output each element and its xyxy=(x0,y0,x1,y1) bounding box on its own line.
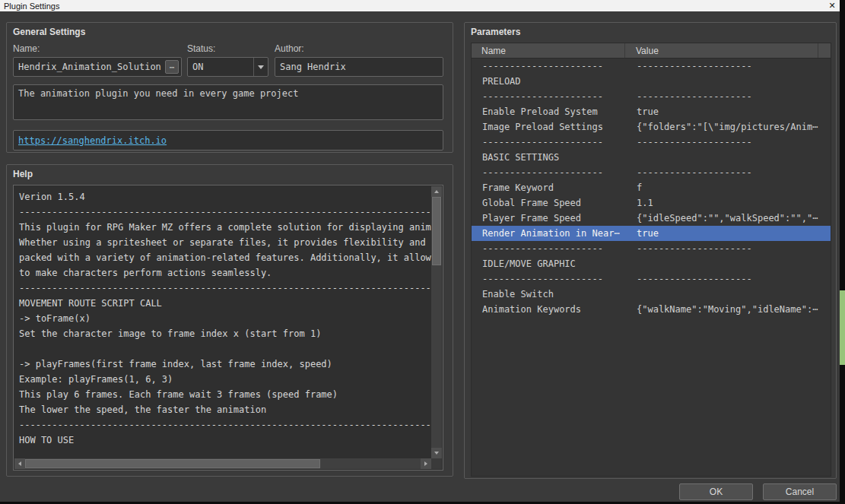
table-row[interactable]: Enable Preload Systemtrue xyxy=(472,104,831,119)
param-name-cell: IDLE/MOVE GRAPHIC xyxy=(472,258,625,269)
background-accent xyxy=(840,290,845,365)
general-settings-group: General Settings Name: Status: Author: H… xyxy=(6,22,453,153)
name-browse-button[interactable]: ⋯ xyxy=(165,60,179,74)
param-value-cell: f xyxy=(625,182,831,193)
help-title: Help xyxy=(13,169,33,179)
scroll-left-icon[interactable] xyxy=(14,458,25,469)
table-row[interactable]: IDLE/MOVE GRAPHIC xyxy=(472,256,831,271)
param-name-cell: Enable Switch xyxy=(472,289,625,300)
parameters-table: Name Value -----------------------------… xyxy=(471,43,831,477)
author-label: Author: xyxy=(275,43,304,54)
description-text: The animation plugin you need in every g… xyxy=(18,88,298,99)
table-row[interactable]: ----------------------------------------… xyxy=(472,271,831,287)
table-header: Name Value xyxy=(472,43,831,59)
param-value-cell: {"idleSpeed":"","walkSpeed":"","⋯ xyxy=(625,213,831,223)
name-field-value: Hendrix_Animation_Solution xyxy=(18,62,161,72)
table-row[interactable]: Animation Keywords{"walkName":"Moving","… xyxy=(472,302,831,317)
param-name-cell: ---------------------- xyxy=(472,91,625,102)
window-titlebar[interactable]: Plugin Settings xyxy=(0,0,840,11)
ok-button[interactable]: OK xyxy=(679,483,753,500)
table-row[interactable]: ----------------------------------------… xyxy=(472,89,831,104)
header-value[interactable]: Value xyxy=(625,43,818,58)
scroll-down-icon[interactable] xyxy=(431,448,442,458)
param-name-cell: Enable Preload System xyxy=(472,106,625,117)
param-name-cell: PRELOAD xyxy=(472,76,625,87)
parameters-title: Parameters xyxy=(471,27,520,37)
param-name-cell: Image Preload Settings xyxy=(472,122,625,132)
param-name-cell: Frame Keyword xyxy=(472,182,625,193)
description-field[interactable]: The animation plugin you need in every g… xyxy=(13,84,443,120)
scroll-right-icon[interactable] xyxy=(421,458,431,469)
table-row[interactable]: Global Frame Speed1.1 xyxy=(472,195,831,211)
help-horizontal-scrollbar[interactable] xyxy=(14,458,431,469)
table-row[interactable]: Enable Switch xyxy=(472,287,831,302)
param-name-cell: ---------------------- xyxy=(472,243,625,254)
table-row[interactable]: ----------------------------------------… xyxy=(472,165,831,180)
name-field[interactable]: Hendrix_Animation_Solution ⋯ xyxy=(13,57,182,77)
param-value-cell: --------------------- xyxy=(625,137,831,147)
table-row[interactable]: ----------------------------------------… xyxy=(472,59,831,74)
param-value-cell: true xyxy=(625,228,831,239)
horizontal-scroll-thumb[interactable] xyxy=(25,459,320,468)
general-settings-title: General Settings xyxy=(13,27,85,37)
param-name-cell: ---------------------- xyxy=(472,274,625,284)
param-rows: ----------------------------------------… xyxy=(472,59,831,317)
status-dropdown[interactable]: ON xyxy=(187,57,268,77)
help-group: Help Verion 1.5.4 ----------------------… xyxy=(6,164,453,477)
author-field[interactable]: Sang Hendrix xyxy=(275,57,443,77)
table-row[interactable]: ----------------------------------------… xyxy=(472,135,831,150)
name-label: Name: xyxy=(13,43,40,54)
header-name[interactable]: Name xyxy=(472,43,625,58)
chevron-down-icon xyxy=(253,58,268,76)
param-name-cell: BASIC SETTINGS xyxy=(472,152,625,163)
scrollbar-corner xyxy=(431,458,442,469)
author-field-value: Sang Hendrix xyxy=(280,62,346,72)
parameters-group: Parameters Name Value ------------------… xyxy=(464,22,837,479)
close-icon[interactable]: ✕ xyxy=(826,0,838,11)
link-box: https://sanghendrix.itch.io xyxy=(13,130,443,151)
param-value-cell: {"folders":"[\"img/pictures/Anim⋯ xyxy=(625,122,831,132)
scroll-up-icon[interactable] xyxy=(431,186,442,197)
param-name-cell: ---------------------- xyxy=(472,137,625,147)
param-name-cell: Global Frame Speed xyxy=(472,198,625,208)
param-value-cell: --------------------- xyxy=(625,61,831,71)
table-row[interactable]: Player Frame Speed{"idleSpeed":"","walkS… xyxy=(472,211,831,226)
plugin-settings-dialog: General Settings Name: Status: Author: H… xyxy=(0,11,840,502)
table-row[interactable]: BASIC SETTINGS xyxy=(472,150,831,165)
param-name-cell: ---------------------- xyxy=(472,167,625,178)
param-value-cell: --------------------- xyxy=(625,91,831,102)
status-dropdown-value: ON xyxy=(192,62,203,72)
param-name-cell: Animation Keywords xyxy=(472,304,625,315)
param-value-cell: {"walkName":"Moving","idleName":⋯ xyxy=(625,304,831,315)
param-name-cell: Render Animation in Near⋯ xyxy=(472,228,625,239)
table-row[interactable]: ----------------------------------------… xyxy=(472,241,831,256)
help-text: Verion 1.5.4 ---------------------------… xyxy=(19,189,427,448)
help-textarea[interactable]: Verion 1.5.4 ---------------------------… xyxy=(13,185,443,471)
table-row[interactable]: Frame Keywordf xyxy=(472,180,831,195)
table-row[interactable]: Image Preload Settings{"folders":"[\"img… xyxy=(472,119,831,135)
param-value-cell: --------------------- xyxy=(625,243,831,254)
param-value-cell: 1.1 xyxy=(625,198,831,208)
window-title: Plugin Settings xyxy=(0,2,59,11)
status-label: Status: xyxy=(187,43,215,54)
param-value-cell: true xyxy=(625,106,831,117)
table-row[interactable]: Render Animation in Near⋯true xyxy=(472,226,831,241)
plugin-link[interactable]: https://sanghendrix.itch.io xyxy=(18,135,167,146)
param-name-cell: Player Frame Speed xyxy=(472,213,625,223)
param-value-cell: --------------------- xyxy=(625,274,831,284)
param-value-cell: --------------------- xyxy=(625,167,831,178)
vertical-scroll-thumb[interactable] xyxy=(432,197,441,265)
cancel-button[interactable]: Cancel xyxy=(763,483,837,500)
help-vertical-scrollbar[interactable] xyxy=(431,186,442,458)
param-name-cell: ---------------------- xyxy=(472,61,625,71)
help-content: Verion 1.5.4 ---------------------------… xyxy=(14,186,431,458)
table-row[interactable]: PRELOAD xyxy=(472,74,831,89)
header-extra xyxy=(818,43,831,58)
